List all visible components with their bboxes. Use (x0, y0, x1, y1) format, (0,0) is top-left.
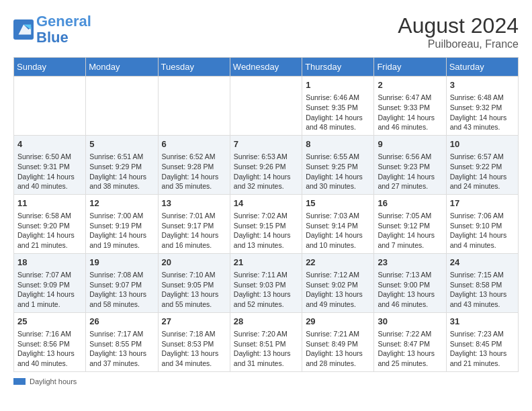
calendar-cell: 21Sunrise: 7:11 AM Sunset: 9:03 PM Dayli… (230, 253, 302, 312)
calendar-week-row: 18Sunrise: 7:07 AM Sunset: 9:09 PM Dayli… (14, 253, 519, 312)
day-number: 11 (17, 197, 82, 210)
day-info: Sunrise: 6:58 AM Sunset: 9:20 PM Dayligh… (17, 211, 82, 250)
calendar-cell: 15Sunrise: 7:03 AM Sunset: 9:14 PM Dayli… (302, 194, 374, 253)
day-info: Sunrise: 6:50 AM Sunset: 9:31 PM Dayligh… (17, 152, 82, 191)
day-info: Sunrise: 6:51 AM Sunset: 9:29 PM Dayligh… (89, 152, 154, 191)
day-number: 27 (162, 316, 226, 328)
calendar-cell: 16Sunrise: 7:05 AM Sunset: 9:12 PM Dayli… (374, 194, 446, 253)
weekday-header: Sunday (14, 58, 86, 77)
weekday-header: Tuesday (158, 58, 230, 77)
day-number: 12 (89, 197, 154, 210)
day-info: Sunrise: 7:20 AM Sunset: 8:51 PM Dayligh… (234, 329, 298, 369)
calendar-cell: 8Sunrise: 6:55 AM Sunset: 9:25 PM Daylig… (302, 135, 374, 194)
day-number: 9 (378, 138, 442, 150)
legend: Daylight hours (13, 377, 519, 385)
day-info: Sunrise: 6:46 AM Sunset: 9:35 PM Dayligh… (306, 93, 370, 132)
day-info: Sunrise: 7:13 AM Sunset: 9:00 PM Dayligh… (378, 270, 442, 310)
day-number: 26 (89, 316, 154, 328)
day-info: Sunrise: 7:02 AM Sunset: 9:15 PM Dayligh… (234, 211, 298, 250)
calendar-header: SundayMondayTuesdayWednesdayThursdayFrid… (14, 58, 519, 77)
calendar-cell (86, 77, 158, 136)
day-number: 29 (306, 316, 370, 328)
day-info: Sunrise: 7:07 AM Sunset: 9:09 PM Dayligh… (17, 270, 82, 310)
logo-general: General (36, 13, 91, 30)
day-info: Sunrise: 7:21 AM Sunset: 8:49 PM Dayligh… (306, 329, 370, 369)
day-number: 16 (378, 197, 442, 210)
day-info: Sunrise: 6:48 AM Sunset: 9:32 PM Dayligh… (450, 93, 515, 132)
calendar-cell: 18Sunrise: 7:07 AM Sunset: 9:09 PM Dayli… (14, 253, 86, 312)
day-info: Sunrise: 7:10 AM Sunset: 9:05 PM Dayligh… (162, 270, 226, 310)
day-number: 5 (89, 138, 154, 150)
calendar-cell: 29Sunrise: 7:21 AM Sunset: 8:49 PM Dayli… (302, 312, 374, 371)
day-number: 7 (234, 138, 298, 150)
page-header: General Blue August 2024 Puilboreau, Fra… (13, 13, 519, 50)
day-info: Sunrise: 7:18 AM Sunset: 8:53 PM Dayligh… (162, 329, 226, 369)
calendar-cell: 25Sunrise: 7:16 AM Sunset: 8:56 PM Dayli… (14, 312, 86, 371)
day-number: 31 (450, 316, 515, 328)
calendar-week-row: 1Sunrise: 6:46 AM Sunset: 9:35 PM Daylig… (14, 77, 519, 136)
calendar-cell: 11Sunrise: 6:58 AM Sunset: 9:20 PM Dayli… (14, 194, 86, 253)
day-number: 24 (450, 257, 515, 269)
calendar-cell: 24Sunrise: 7:15 AM Sunset: 8:58 PM Dayli… (446, 253, 518, 312)
day-number: 18 (17, 257, 82, 269)
day-info: Sunrise: 7:22 AM Sunset: 8:47 PM Dayligh… (378, 329, 442, 369)
calendar-table: SundayMondayTuesdayWednesdayThursdayFrid… (13, 57, 519, 372)
day-info: Sunrise: 7:15 AM Sunset: 8:58 PM Dayligh… (450, 270, 515, 310)
day-info: Sunrise: 6:56 AM Sunset: 9:23 PM Dayligh… (378, 152, 442, 191)
day-info: Sunrise: 7:01 AM Sunset: 9:17 PM Dayligh… (162, 211, 226, 250)
day-info: Sunrise: 7:08 AM Sunset: 9:07 PM Dayligh… (89, 270, 154, 310)
calendar-cell: 28Sunrise: 7:20 AM Sunset: 8:51 PM Dayli… (230, 312, 302, 371)
weekday-header: Monday (86, 58, 158, 77)
calendar-cell: 6Sunrise: 6:52 AM Sunset: 9:28 PM Daylig… (158, 135, 230, 194)
calendar-cell: 10Sunrise: 6:57 AM Sunset: 9:22 PM Dayli… (446, 135, 518, 194)
calendar-cell: 14Sunrise: 7:02 AM Sunset: 9:15 PM Dayli… (230, 194, 302, 253)
day-number: 14 (234, 197, 298, 210)
day-number: 2 (378, 79, 442, 91)
calendar-cell: 23Sunrise: 7:13 AM Sunset: 9:00 PM Dayli… (374, 253, 446, 312)
day-number: 13 (162, 197, 226, 210)
weekday-header: Saturday (446, 58, 518, 77)
logo-icon (13, 19, 34, 40)
calendar-cell: 12Sunrise: 7:00 AM Sunset: 9:19 PM Dayli… (86, 194, 158, 253)
logo: General Blue (13, 13, 91, 46)
day-info: Sunrise: 6:53 AM Sunset: 9:26 PM Dayligh… (234, 152, 298, 191)
calendar-cell: 22Sunrise: 7:12 AM Sunset: 9:02 PM Dayli… (302, 253, 374, 312)
day-number: 23 (378, 257, 442, 269)
calendar-cell: 30Sunrise: 7:22 AM Sunset: 8:47 PM Dayli… (374, 312, 446, 371)
calendar-cell: 4Sunrise: 6:50 AM Sunset: 9:31 PM Daylig… (14, 135, 86, 194)
weekday-header: Thursday (302, 58, 374, 77)
legend-color-box (13, 378, 26, 385)
calendar-cell: 20Sunrise: 7:10 AM Sunset: 9:05 PM Dayli… (158, 253, 230, 312)
day-number: 19 (89, 257, 154, 269)
calendar-cell: 19Sunrise: 7:08 AM Sunset: 9:07 PM Dayli… (86, 253, 158, 312)
day-number: 15 (306, 197, 370, 210)
day-info: Sunrise: 6:47 AM Sunset: 9:33 PM Dayligh… (378, 93, 442, 132)
month-year-title: August 2024 (398, 13, 519, 38)
logo-blue: Blue (36, 29, 69, 46)
day-number: 10 (450, 138, 515, 150)
weekday-header-row: SundayMondayTuesdayWednesdayThursdayFrid… (14, 58, 519, 77)
calendar-cell: 5Sunrise: 6:51 AM Sunset: 9:29 PM Daylig… (86, 135, 158, 194)
calendar-cell (158, 77, 230, 136)
day-info: Sunrise: 7:12 AM Sunset: 9:02 PM Dayligh… (306, 270, 370, 310)
calendar-cell: 17Sunrise: 7:06 AM Sunset: 9:10 PM Dayli… (446, 194, 518, 253)
day-number: 28 (234, 316, 298, 328)
calendar-cell: 13Sunrise: 7:01 AM Sunset: 9:17 PM Dayli… (158, 194, 230, 253)
day-info: Sunrise: 7:03 AM Sunset: 9:14 PM Dayligh… (306, 211, 370, 250)
day-info: Sunrise: 7:00 AM Sunset: 9:19 PM Dayligh… (89, 211, 154, 250)
day-number: 21 (234, 257, 298, 269)
day-number: 20 (162, 257, 226, 269)
day-info: Sunrise: 7:23 AM Sunset: 8:45 PM Dayligh… (450, 329, 515, 369)
calendar-week-row: 4Sunrise: 6:50 AM Sunset: 9:31 PM Daylig… (14, 135, 519, 194)
day-number: 22 (306, 257, 370, 269)
calendar-cell (230, 77, 302, 136)
calendar-cell (14, 77, 86, 136)
calendar-cell: 26Sunrise: 7:17 AM Sunset: 8:55 PM Dayli… (86, 312, 158, 371)
weekday-header: Friday (374, 58, 446, 77)
calendar-cell: 31Sunrise: 7:23 AM Sunset: 8:45 PM Dayli… (446, 312, 518, 371)
calendar-week-row: 25Sunrise: 7:16 AM Sunset: 8:56 PM Dayli… (14, 312, 519, 371)
day-number: 3 (450, 79, 515, 91)
calendar-week-row: 11Sunrise: 6:58 AM Sunset: 9:20 PM Dayli… (14, 194, 519, 253)
calendar-cell: 3Sunrise: 6:48 AM Sunset: 9:32 PM Daylig… (446, 77, 518, 136)
legend-label: Daylight hours (30, 377, 77, 385)
